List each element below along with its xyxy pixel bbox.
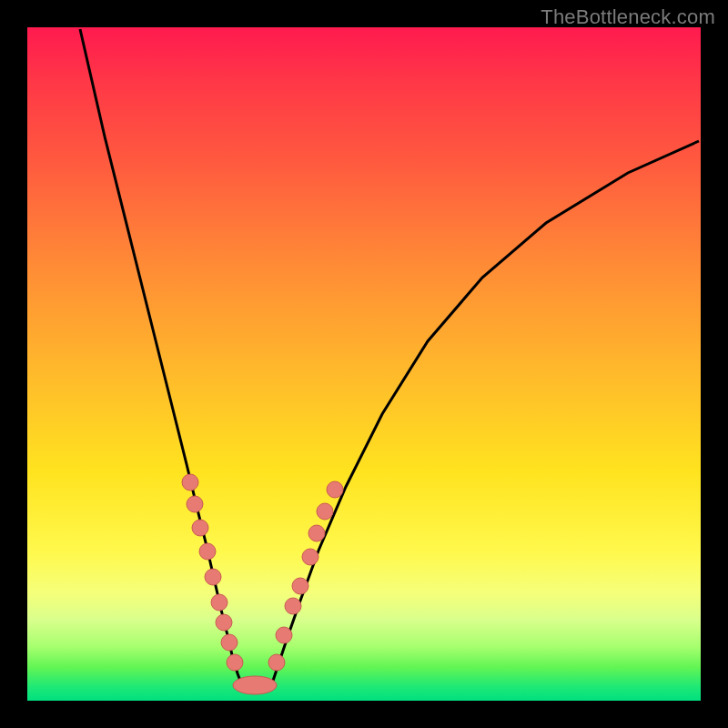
data-point xyxy=(302,549,318,565)
data-point xyxy=(327,481,343,498)
data-point xyxy=(221,634,238,651)
data-point xyxy=(268,654,285,671)
chart-svg xyxy=(27,27,701,701)
data-point xyxy=(216,614,232,631)
data-point xyxy=(227,654,243,671)
data-point xyxy=(276,627,292,643)
watermark-text: TheBottleneck.com xyxy=(541,5,715,29)
data-point xyxy=(292,578,308,594)
data-point xyxy=(192,520,208,536)
data-point xyxy=(205,569,221,585)
data-point xyxy=(308,525,325,541)
data-point xyxy=(285,598,301,614)
curve-right-branch xyxy=(273,141,699,681)
data-points-bottom-blob xyxy=(233,676,277,694)
data-points-right xyxy=(268,481,343,671)
data-point xyxy=(199,543,216,560)
data-point xyxy=(187,496,203,512)
data-point xyxy=(182,474,198,490)
data-point xyxy=(211,594,228,611)
data-point xyxy=(317,503,333,520)
data-points-left xyxy=(182,474,243,671)
chart-plot-area xyxy=(27,27,701,701)
